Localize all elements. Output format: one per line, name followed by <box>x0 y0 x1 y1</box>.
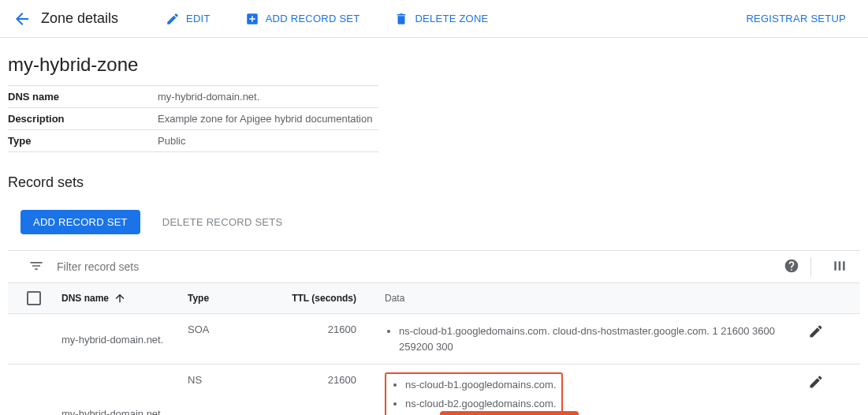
top-bar: Zone details EDIT ADD RECORD SET DELETE … <box>0 0 868 38</box>
description-value: Example zone for Apigee hybrid documenta… <box>158 113 372 125</box>
filter-row <box>8 250 860 282</box>
page-title: Zone details <box>41 10 118 27</box>
add-record-set-label: ADD RECORD SET <box>266 13 360 24</box>
back-arrow-icon[interactable] <box>13 9 32 28</box>
row-type: SOA <box>188 322 274 356</box>
delete-zone-label: DELETE ZONE <box>415 13 488 24</box>
row-type: NS <box>188 372 274 415</box>
filter-icon[interactable] <box>28 258 44 276</box>
dns-name-label: DNS name <box>8 91 158 103</box>
add-record-set-button[interactable]: ADD RECORD SET <box>236 12 370 26</box>
delete-zone-button[interactable]: DELETE ZONE <box>385 12 497 26</box>
row-data: ns-cloud-b1.googledomains.com. ns-cloud-… <box>369 372 808 415</box>
add-record-set-primary-button[interactable]: ADD RECORD SET <box>20 210 140 234</box>
registrar-setup-button[interactable]: REGISTRAR SETUP <box>736 13 855 24</box>
filter-input[interactable] <box>57 260 774 273</box>
ns-records-highlight: ns-cloud-b1.googledomains.com. ns-cloud-… <box>385 372 563 415</box>
columns-icon[interactable] <box>832 258 848 276</box>
col-header-data[interactable]: Data <box>369 293 808 304</box>
table-row: my-hybrid-domain.net. SOA 21600 ns-cloud… <box>8 314 860 365</box>
zone-name-heading: my-hybrid-zone <box>8 54 860 76</box>
pencil-icon <box>166 12 180 26</box>
zone-info-table: DNS name my-hybrid-domain.net. Descripti… <box>8 85 378 152</box>
row-ttl: 21600 <box>274 322 369 356</box>
add-box-icon <box>245 12 259 26</box>
help-icon[interactable] <box>784 258 799 276</box>
edit-row-button[interactable] <box>808 322 848 356</box>
row-dns-name: my-hybrid-domain.net. <box>61 372 188 415</box>
table-header: DNS name Type TTL (seconds) Data <box>8 282 860 314</box>
callout-annotation: Copy these DNS records <box>440 411 579 416</box>
record-sets-heading: Record sets <box>8 174 860 191</box>
edit-button[interactable]: EDIT <box>156 12 220 26</box>
row-data: ns-cloud-b1.googledomains.com. cloud-dns… <box>369 322 808 356</box>
row-ttl: 21600 <box>274 372 369 415</box>
delete-icon <box>394 12 408 26</box>
sort-asc-icon <box>114 292 126 305</box>
select-all-checkbox[interactable] <box>27 291 41 305</box>
row-dns-name: my-hybrid-domain.net. <box>61 322 188 356</box>
dns-name-value: my-hybrid-domain.net. <box>158 91 259 103</box>
edit-row-button[interactable] <box>808 372 848 415</box>
delete-record-sets-button[interactable]: DELETE RECORD SETS <box>150 210 296 234</box>
type-value: Public <box>158 135 185 147</box>
description-label: Description <box>8 113 158 125</box>
type-label: Type <box>8 135 158 147</box>
col-header-ttl[interactable]: TTL (seconds) <box>274 293 369 304</box>
registrar-setup-label: REGISTRAR SETUP <box>746 13 846 24</box>
table-row: my-hybrid-domain.net. NS 21600 ns-cloud-… <box>8 365 860 415</box>
edit-button-label: EDIT <box>186 13 210 24</box>
col-header-type[interactable]: Type <box>188 293 274 304</box>
col-header-dns-name[interactable]: DNS name <box>61 292 188 305</box>
